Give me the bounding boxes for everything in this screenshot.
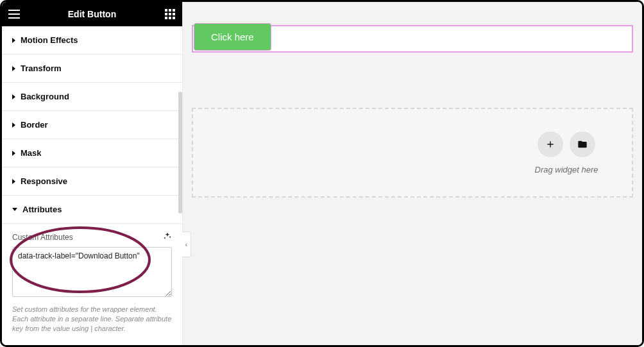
apps-grid-icon[interactable] [163,7,177,21]
chevron-right-icon [12,94,15,99]
panel-label: Background [21,92,69,101]
canvas: ‹ Click here Drag widget here [183,2,642,345]
drop-zone[interactable]: Drag widget here [192,108,633,198]
panel-label: Responsive [21,176,67,186]
collapse-sidebar-button[interactable]: ‹ [182,232,191,257]
panel-responsive[interactable]: Responsive [2,167,182,196]
custom-attributes-label: Custom Attributes [12,233,73,242]
panel-label: Attributes [22,205,62,214]
panel-motion-effects[interactable]: Motion Effects [2,26,182,55]
chevron-right-icon [12,123,15,128]
chevron-right-icon [12,38,15,43]
selected-widget-section[interactable]: Click here [192,25,633,53]
attributes-body: Custom Attributes Set custom attributes … [2,224,182,337]
panel-label: Motion Effects [21,35,78,45]
panel-label: Mask [21,148,42,158]
panel-label: Transform [21,63,62,73]
page-title: Edit Button [68,9,116,19]
panel-border[interactable]: Border [2,111,182,139]
chevron-right-icon [12,151,15,156]
chevron-right-icon [12,66,15,71]
button-widget[interactable]: Click here [194,24,271,50]
dynamic-tags-icon[interactable] [163,232,172,243]
panel-attributes[interactable]: Attributes [2,196,182,224]
folder-icon [577,139,588,149]
chevron-right-icon [12,179,15,184]
button-widget-label: Click here [211,31,254,42]
sidebar-header: Edit Button [2,2,182,26]
panel-mask[interactable]: Mask [2,139,182,167]
custom-attributes-help: Set custom attributes for the wrapper el… [12,305,172,334]
custom-attributes-input[interactable] [12,247,172,297]
panel-transform[interactable]: Transform [2,55,182,83]
editor-sidebar: Edit Button Motion Effects Transform Bac… [2,2,183,345]
panel-label: Border [21,120,48,130]
drop-zone-hint: Drag widget here [535,165,598,174]
plus-icon [545,139,555,149]
widget-library-button[interactable] [570,131,595,157]
panel-background[interactable]: Background [2,83,182,111]
hamburger-menu-icon[interactable] [7,7,21,21]
panel-list: Motion Effects Transform Background Bord… [2,26,182,345]
chevron-down-icon [12,208,17,211]
add-widget-button[interactable] [538,131,563,157]
